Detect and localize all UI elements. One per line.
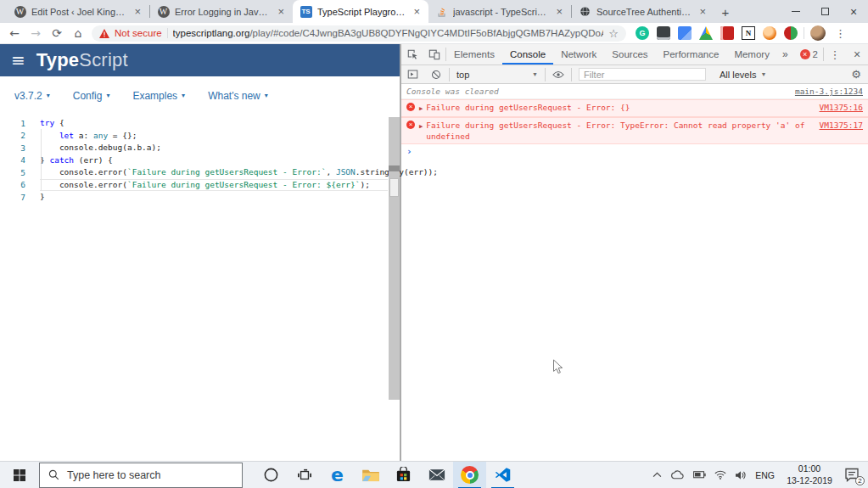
more-panels-icon[interactable]: » <box>777 48 793 60</box>
browser-tab-3[interactable]: TSTypeScript Playground× <box>293 0 428 23</box>
home-button[interactable]: ⌂ <box>70 26 86 40</box>
window-minimize-button[interactable] <box>781 0 810 23</box>
taskbar-search-box[interactable]: Type here to search <box>39 463 243 488</box>
clear-console-button[interactable] <box>425 65 447 83</box>
playground-nav-v3-7-2[interactable]: v3.7.2▾ <box>14 90 50 102</box>
tab-close-icon[interactable]: × <box>554 6 564 17</box>
onedrive-cloud-icon[interactable] <box>670 470 685 480</box>
console-row-system: Console was clearedmain-3.js:1234 <box>401 84 868 99</box>
tab-title: TypeScript Playground <box>317 7 406 17</box>
reload-button[interactable]: ⟳ <box>49 26 64 40</box>
console-filter-input[interactable] <box>579 68 706 81</box>
code-editor[interactable]: 1try {2 let a: any = {};3 console.debug(… <box>0 115 400 461</box>
bookmark-star-icon[interactable]: ☆ <box>608 27 619 40</box>
taskbar-app-taskview[interactable] <box>288 462 321 488</box>
expand-arrow-icon[interactable]: ▶ <box>419 121 423 132</box>
editor-scrollbar[interactable] <box>389 117 400 400</box>
taskbar-app-mail[interactable] <box>420 462 453 488</box>
taskbar-clock[interactable]: 01:00 13-12-2019 <box>783 463 836 485</box>
devtools-tab-memory[interactable]: Memory <box>726 44 777 65</box>
device-toolbar-button[interactable] <box>423 44 445 65</box>
extension-n-square-icon[interactable]: N <box>742 26 755 40</box>
extension-red-book-icon[interactable] <box>720 26 734 40</box>
taskbar-app-chrome[interactable] <box>453 462 486 488</box>
extension-orange-circle-icon[interactable] <box>763 26 776 40</box>
browser-toolbar: ← → ⟳ ⌂ Not secure typescriptlang.org/pl… <box>0 23 868 44</box>
action-center-button[interactable]: 2 <box>844 468 861 483</box>
caret-down-icon: ▾ <box>106 92 109 99</box>
devtools-menu-icon[interactable]: ⋮ <box>824 44 846 65</box>
extension-dark-square-icon[interactable] <box>657 26 670 40</box>
profile-avatar[interactable] <box>810 25 826 41</box>
typescript-playground-page: ≡ TypeScript v3.7.2▾Config▾Examples▾What… <box>0 44 401 461</box>
devtools-tab-elements[interactable]: Elements <box>446 44 502 65</box>
browser-tab-4[interactable]: javascript - TypeScript override× <box>428 0 571 23</box>
javascript-context-dropdown[interactable]: top ▼ <box>451 70 543 80</box>
line-number: 3 <box>0 143 25 153</box>
back-button[interactable]: ← <box>7 26 22 40</box>
taskbar-app-explorer[interactable] <box>354 462 387 488</box>
chevron-down-icon: ▼ <box>760 71 766 77</box>
log-levels-dropdown[interactable]: All levels ▼ <box>713 70 773 80</box>
window-maximize-button[interactable] <box>810 0 839 23</box>
tab-close-icon[interactable]: × <box>412 6 422 17</box>
error-count: 2 <box>813 49 818 59</box>
extension-green-circle-icon[interactable]: G <box>636 26 649 40</box>
new-tab-button[interactable]: + <box>714 1 736 23</box>
line-number: 1 <box>0 119 25 128</box>
browser-menu-icon[interactable]: ⋮ <box>832 27 849 40</box>
typescript-site-header: ≡ TypeScript <box>0 44 400 76</box>
playground-nav-examples[interactable]: Examples▾ <box>132 90 185 102</box>
language-indicator[interactable]: ENG <box>755 470 775 480</box>
taskbar-app-cortana[interactable] <box>255 462 288 488</box>
extension-drive-triangle-icon[interactable] <box>699 26 713 40</box>
tab-title: Error Logging in Javascript: 4 T <box>175 7 271 17</box>
forward-button[interactable]: → <box>28 26 43 40</box>
console-sidebar-toggle[interactable] <box>401 65 423 83</box>
wifi-icon[interactable] <box>714 470 726 480</box>
hamburger-menu-icon[interactable]: ≡ <box>11 52 25 69</box>
console-messages: Console was clearedmain-3.js:1234×▶Failu… <box>401 84 868 461</box>
extension-red-green-circle-icon[interactable] <box>784 26 798 40</box>
playground-nav-config[interactable]: Config▾ <box>73 90 110 102</box>
inspect-element-button[interactable] <box>401 44 423 65</box>
context-label: top <box>456 70 469 80</box>
taskbar-app-store[interactable] <box>387 462 420 488</box>
battery-icon[interactable] <box>693 471 706 479</box>
tab-close-icon[interactable]: × <box>697 6 708 17</box>
tray-expand-chevron-icon[interactable] <box>652 472 662 478</box>
taskbar-app-edge[interactable]: e <box>321 462 354 488</box>
console-prompt[interactable]: › <box>401 144 868 160</box>
editor-scrollbar-thumb[interactable] <box>389 165 400 171</box>
expand-arrow-icon[interactable]: ▶ <box>419 104 423 115</box>
browser-tab-1[interactable]: WEdit Post ‹ Joel Kingsley — Wo× <box>7 0 149 23</box>
browser-tab-5[interactable]: SourceTree Authentication× <box>572 0 714 23</box>
extension-blue-cards-icon[interactable] <box>678 26 692 40</box>
browser-viewport: ≡ TypeScript v3.7.2▾Config▾Examples▾What… <box>0 44 868 461</box>
code-lines: 1try {2 let a: any = {};3 console.debug(… <box>0 115 400 204</box>
error-count-badge[interactable]: × 2 <box>795 49 823 59</box>
explorer-icon <box>361 468 380 482</box>
inspect-cursor-icon <box>406 48 418 60</box>
source-link[interactable]: main-3.js:1234 <box>795 86 863 97</box>
live-expression-button[interactable] <box>547 65 569 83</box>
source-link[interactable]: VM1375:16 <box>820 102 863 113</box>
browser-tab-2[interactable]: WError Logging in Javascript: 4 T× <box>150 0 293 23</box>
devtools-tab-performance[interactable]: Performance <box>656 44 727 65</box>
window-close-button[interactable]: × <box>839 0 868 23</box>
volume-icon[interactable] <box>735 470 747 480</box>
devtools-tab-console[interactable]: Console <box>502 44 553 65</box>
source-link[interactable]: VM1375:17 <box>820 120 863 131</box>
devtools-tab-network[interactable]: Network <box>553 44 604 65</box>
console-settings-gear-icon[interactable]: ⚙ <box>844 68 868 81</box>
address-bar[interactable]: Not secure typescriptlang.org/play/#code… <box>92 25 626 42</box>
start-button[interactable] <box>0 462 39 488</box>
tab-close-icon[interactable]: × <box>276 6 286 17</box>
tab-close-icon[interactable]: × <box>132 6 143 17</box>
taskbar-app-vscode[interactable] <box>486 462 519 488</box>
devtools-close-button[interactable]: × <box>846 44 868 65</box>
console-message: Console was cleared <box>406 86 795 97</box>
devtools-tab-sources[interactable]: Sources <box>604 44 655 65</box>
playground-nav-what-s-new[interactable]: What's new▾ <box>208 90 268 102</box>
nav-label: What's new <box>208 90 260 102</box>
